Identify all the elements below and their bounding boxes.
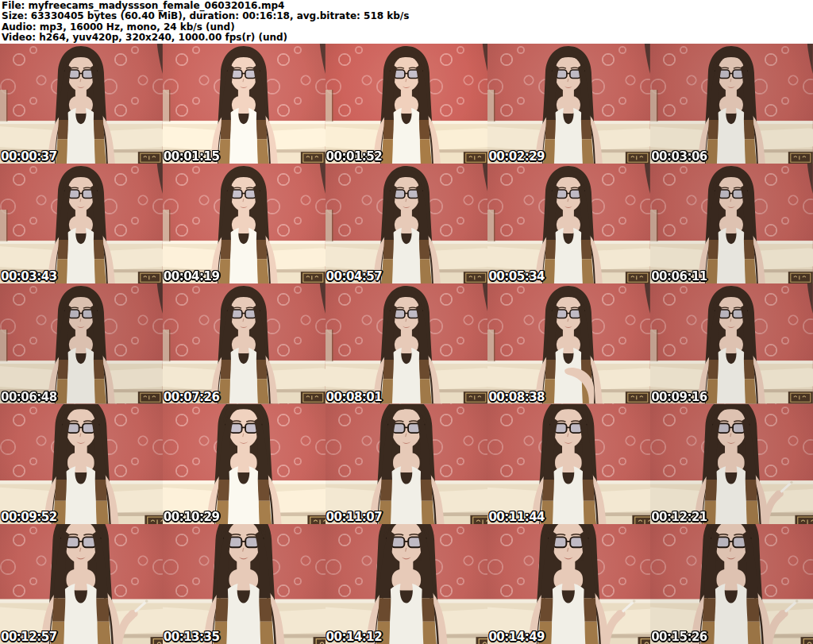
timestamp-label: 00:03:43	[1, 269, 57, 283]
frame-illustration	[326, 44, 488, 164]
timestamp-label: 00:11:07	[326, 510, 383, 524]
video-info-line: Video: h264, yuv420p, 320x240, 1000.00 f…	[2, 33, 813, 43]
wood-ornament-icon	[301, 392, 326, 404]
frame-illustration	[650, 283, 813, 403]
frame-illustration	[0, 524, 163, 644]
wood-ornament-icon	[313, 637, 325, 644]
frame-illustration	[0, 404, 163, 524]
video-thumbnail: 00:11:44	[487, 404, 650, 524]
video-thumbnail: 00:09:52	[0, 404, 163, 524]
video-thumbnail: 00:12:21	[650, 404, 813, 524]
person-figure	[365, 524, 448, 644]
timestamp-label: 00:09:16	[651, 390, 707, 404]
timestamp-label: 00:03:06	[651, 149, 707, 164]
video-thumbnail: 00:03:43	[0, 164, 163, 283]
wood-ornament-icon	[470, 515, 487, 523]
timestamp-label: 00:00:37	[1, 149, 57, 164]
video-thumbnail: 00:13:35	[163, 524, 326, 644]
timestamp-label: 00:12:21	[651, 510, 707, 524]
video-thumbnail: 00:01:15	[163, 44, 326, 164]
person-figure	[531, 404, 607, 524]
person-figure	[535, 46, 603, 164]
wood-ornament-icon	[138, 392, 163, 404]
frame-illustration	[163, 44, 326, 164]
timestamp-label: 00:01:52	[326, 149, 383, 164]
video-thumbnail: 00:08:01	[326, 283, 488, 403]
frame-illustration	[326, 164, 488, 283]
wood-ornament-icon	[463, 152, 487, 164]
wood-ornament-icon	[796, 515, 813, 523]
person-figure	[373, 46, 441, 164]
timestamp-label: 00:04:57	[326, 269, 383, 283]
frame-illustration	[163, 524, 326, 644]
person-figure	[698, 46, 765, 164]
contact-sheet: { "header": { "file": "File: myfreecams_…	[0, 0, 813, 644]
person-figure	[48, 46, 115, 164]
frame-illustration	[326, 404, 488, 524]
frame-illustration	[487, 44, 650, 164]
person-figure	[48, 166, 115, 283]
frame-illustration	[487, 164, 650, 283]
frame-illustration	[650, 404, 813, 524]
wood-ornament-icon	[788, 152, 813, 164]
wood-ornament-icon	[307, 515, 325, 523]
wood-ornament-icon	[626, 152, 650, 164]
video-thumbnail: 00:14:49	[487, 524, 650, 644]
frame-illustration	[487, 404, 650, 524]
video-thumbnail: 00:14:12	[326, 524, 488, 644]
timestamp-label: 00:11:44	[488, 510, 545, 524]
video-thumbnail: 00:04:19	[163, 164, 326, 283]
audio-info-line: Audio: mp3, 16000 Hz, mono, 24 kb/s (und…	[2, 22, 813, 33]
person-figure	[535, 286, 603, 403]
frame-illustration	[487, 524, 650, 644]
wood-ornament-icon	[301, 272, 326, 283]
person-figure	[368, 404, 444, 524]
thumbnail-grid: 00:00:37	[0, 44, 813, 644]
video-thumbnail: 00:00:37	[0, 44, 163, 164]
video-thumbnail: 00:10:29	[163, 404, 326, 524]
person-figure	[48, 286, 115, 403]
frame-illustration	[163, 164, 326, 283]
video-thumbnail: 00:09:16	[650, 283, 813, 403]
timestamp-label: 00:01:15	[164, 149, 220, 164]
person-figure	[698, 166, 765, 283]
frame-illustration	[487, 283, 650, 403]
timestamp-label: 00:04:19	[164, 269, 220, 283]
video-thumbnail: 00:15:26	[650, 524, 813, 644]
frame-illustration	[650, 524, 813, 644]
wood-ornament-icon	[151, 637, 163, 644]
wood-ornament-icon	[138, 152, 163, 164]
wood-ornament-icon	[626, 272, 650, 283]
wood-ornament-icon	[788, 272, 813, 283]
person-figure	[373, 286, 441, 403]
file-info-line: File: myfreecams_madyssson_female_060320…	[2, 1, 813, 11]
timestamp-label: 00:09:52	[1, 510, 57, 524]
video-thumbnail: 00:11:07	[326, 404, 488, 524]
timestamp-label: 00:08:01	[326, 390, 383, 404]
timestamp-label: 00:07:26	[164, 390, 220, 404]
wood-ornament-icon	[301, 152, 326, 164]
timestamp-label: 00:08:38	[488, 390, 545, 404]
timestamp-label: 00:12:57	[1, 630, 57, 644]
video-thumbnail: 00:07:26	[163, 283, 326, 403]
video-thumbnail: 00:08:38	[487, 283, 650, 403]
person-figure	[210, 46, 278, 164]
video-thumbnail: 00:02:29	[487, 44, 650, 164]
timestamp-label: 00:10:29	[164, 510, 220, 524]
video-thumbnail: 00:01:52	[326, 44, 488, 164]
person-figure	[210, 166, 278, 283]
timestamp-label: 00:14:12	[326, 630, 383, 644]
person-figure	[210, 286, 278, 403]
frame-illustration	[0, 44, 163, 164]
wood-ornament-icon	[626, 392, 650, 404]
frame-illustration	[326, 524, 488, 644]
timestamp-label: 00:06:11	[651, 269, 707, 283]
timestamp-label: 00:02:29	[488, 149, 545, 164]
frame-illustration	[0, 164, 163, 283]
timestamp-label: 00:15:26	[651, 630, 707, 644]
frame-illustration	[163, 283, 326, 403]
person-figure	[202, 524, 285, 644]
video-thumbnail: 00:03:06	[650, 44, 813, 164]
size-info-line: Size: 63330405 bytes (60.40 MiB), durati…	[2, 11, 813, 21]
person-figure	[373, 166, 441, 283]
